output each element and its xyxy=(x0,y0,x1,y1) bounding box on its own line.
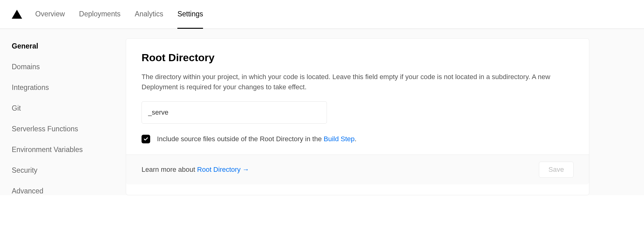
sidebar-list: General Domains Integrations Git Serverl… xyxy=(12,42,126,195)
nav-items: Overview Deployments Analytics Settings xyxy=(35,0,203,28)
top-navigation: Overview Deployments Analytics Settings xyxy=(0,0,644,29)
nav-item-analytics[interactable]: Analytics xyxy=(135,0,163,29)
page-body: General Domains Integrations Git Serverl… xyxy=(0,29,644,195)
sidebar-item-serverless-functions[interactable]: Serverless Functions xyxy=(12,125,126,133)
sidebar-item-git[interactable]: Git xyxy=(12,104,126,112)
sidebar-item-environment-variables[interactable]: Environment Variables xyxy=(12,146,126,154)
sidebar-item-general[interactable]: General xyxy=(12,42,126,50)
include-source-checkbox[interactable] xyxy=(142,135,150,143)
include-source-label: Include source files outside of the Root… xyxy=(157,135,357,143)
triangle-icon xyxy=(12,10,22,19)
learn-more-prefix: Learn more about xyxy=(142,166,197,173)
include-source-checkbox-row: Include source files outside of the Root… xyxy=(142,135,574,143)
card-description: The directory within your project, in wh… xyxy=(142,72,574,92)
sidebar-item-domains[interactable]: Domains xyxy=(12,63,126,71)
nav-item-settings[interactable]: Settings xyxy=(177,0,203,29)
card-body: Root Directory The directory within your… xyxy=(126,39,589,154)
sidebar-item-security[interactable]: Security xyxy=(12,166,126,175)
include-source-label-prefix: Include source files outside of the Root… xyxy=(157,135,324,143)
settings-sidebar: General Domains Integrations Git Serverl… xyxy=(0,29,126,195)
save-button[interactable]: Save xyxy=(539,162,574,178)
learn-more-link[interactable]: Root Directory → xyxy=(197,166,249,173)
check-icon xyxy=(143,137,148,142)
vercel-logo[interactable] xyxy=(12,9,22,19)
sidebar-item-integrations[interactable]: Integrations xyxy=(12,83,126,92)
include-source-label-suffix: . xyxy=(355,135,357,143)
card-footer: Learn more about Root Directory → Save xyxy=(126,154,589,184)
card-title: Root Directory xyxy=(142,52,574,64)
sidebar-item-advanced[interactable]: Advanced xyxy=(12,187,126,195)
nav-item-deployments[interactable]: Deployments xyxy=(79,0,121,29)
learn-more-text: Learn more about Root Directory → xyxy=(142,166,249,174)
nav-item-overview[interactable]: Overview xyxy=(35,0,65,29)
build-step-link[interactable]: Build Step xyxy=(324,135,354,143)
root-directory-input[interactable] xyxy=(142,101,327,124)
root-directory-card: Root Directory The directory within your… xyxy=(126,38,589,195)
